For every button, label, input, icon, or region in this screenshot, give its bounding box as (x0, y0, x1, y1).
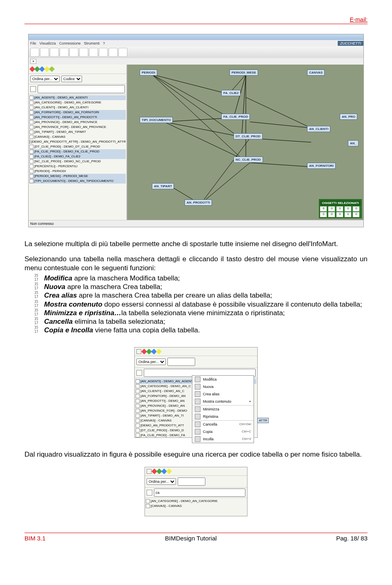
warning-icon[interactable] (99, 48, 108, 57)
checkbox-icon[interactable] (136, 414, 140, 418)
checkbox-icon[interactable] (29, 110, 33, 114)
new-icon[interactable] (30, 48, 39, 57)
node-fa-clie-prod[interactable]: FA_CLIE_PROD (221, 114, 250, 120)
tree-item[interactable]: [PERIODI_MESE] - PERIODI_MESE (29, 174, 126, 179)
shape-yellow-icon[interactable] (166, 468, 172, 474)
context-menu-item[interactable]: Mostra contenuto▸ (192, 398, 254, 405)
node-tipi-documento[interactable]: TIPI_DOCUMENTO (140, 117, 173, 123)
checkbox-icon[interactable] (136, 399, 140, 403)
checkbox-icon[interactable] (29, 130, 33, 134)
menu-visualizza[interactable]: Visualizza (40, 41, 56, 45)
checkbox-icon[interactable] (136, 409, 140, 413)
checkbox-icon[interactable] (29, 150, 33, 154)
node-an-clienti[interactable]: AN_CLIENTI (307, 126, 330, 132)
checkbox-icon[interactable] (29, 174, 33, 178)
shape-yellow-icon[interactable] (156, 348, 162, 354)
checkbox-icon[interactable] (29, 155, 33, 159)
checkbox-icon[interactable] (29, 120, 33, 124)
tree-item[interactable]: [CANVAS] - CANVAS (146, 504, 246, 509)
ordina-input-3[interactable] (178, 477, 205, 486)
node-an[interactable]: AN_ (348, 140, 359, 146)
tree-item[interactable]: [AN_CATEGORIE] - DEMO_AN_CATEGORIE (29, 100, 126, 105)
context-menu-item[interactable]: IncollaCtrl+V (192, 435, 254, 443)
checkbox-icon[interactable] (29, 179, 33, 183)
tree-item[interactable]: [AN_CLIENTI] - DEMO_AN_CLIENTI (29, 105, 126, 110)
open-icon[interactable] (40, 48, 49, 57)
checkbox-icon[interactable] (29, 115, 33, 119)
zoom-icon[interactable] (69, 48, 78, 57)
tree-item[interactable]: [TIPI_DOCUMENTO] - DEMO_AN_TIPIDOCUMENTO (29, 179, 126, 184)
menu-file[interactable]: File (30, 41, 36, 45)
context-menu-item[interactable]: CopiaCtrl+C (192, 428, 254, 435)
checkbox-icon[interactable] (136, 433, 140, 437)
tree-item[interactable]: [AN_CATEGORIE] - DEMO_AN_CATEGORIE (146, 499, 246, 504)
search-input-3[interactable] (154, 489, 245, 497)
node-an-pro[interactable]: AN_PRO (340, 114, 357, 120)
tree-item[interactable]: [DEMO_AN_PRODOTTI_ATTR] - DEMO_AN_PRODOT… (29, 139, 126, 144)
menu-strumenti[interactable]: Strumenti (84, 41, 100, 45)
ordina-input-2[interactable] (167, 358, 195, 366)
ordina-select[interactable]: Ordina per... (30, 76, 60, 82)
sidebar-search-input[interactable] (38, 85, 125, 93)
checkbox-icon[interactable] (136, 404, 140, 408)
tree-item[interactable]: [AN_PROVINCE] - DEMO_AN_PROVINCE (29, 120, 126, 125)
checkbox-icon[interactable] (136, 424, 140, 428)
node-an-tipart[interactable]: AN_TIPART (152, 183, 174, 189)
checkbox-icon[interactable] (29, 135, 33, 139)
checkbox-icon[interactable] (136, 419, 140, 423)
menu-help[interactable]: ? (103, 41, 105, 45)
help-icon[interactable] (118, 48, 127, 57)
context-menu-item[interactable]: CancellaCtrl+Del (192, 421, 254, 428)
tree-item[interactable]: [FA_CLIE_PROD] - DEMO_FA_CLIE_PROD (29, 149, 126, 154)
checkbox-icon[interactable] (29, 140, 30, 144)
node-dt-clie-prod[interactable]: DT_CLIE_PROD (234, 133, 263, 139)
node-an-prodotti[interactable]: AN_PRODOTTI (185, 199, 212, 206)
refresh-icon[interactable] (79, 48, 88, 57)
context-menu-item[interactable]: Crea alias (192, 390, 254, 398)
tree-item[interactable]: [AN_FORNITORI] - DEMO_AN_FORNITORI (29, 110, 126, 115)
node-an-fornitori[interactable]: AN_FORNITORI (307, 163, 336, 169)
node-canvas[interactable]: CANVAS (307, 69, 325, 76)
checkbox-icon[interactable] (136, 384, 140, 388)
node-fa-clie2[interactable]: FA_CLIE2 (221, 90, 241, 96)
search-icon[interactable] (136, 370, 142, 376)
shape-lime-icon[interactable] (49, 66, 55, 72)
save-icon[interactable] (50, 48, 59, 57)
node-nc-clie-prod[interactable]: NC_CLIE_PROD (234, 157, 263, 163)
checkbox-icon[interactable] (136, 428, 140, 433)
context-menu-item[interactable]: Modifica (192, 376, 254, 383)
checkbox-icon[interactable] (146, 499, 150, 503)
shape-tool-icon[interactable] (147, 469, 151, 474)
ordina-select-2[interactable]: Ordina per... (136, 359, 166, 365)
context-menu-item[interactable]: Minimizza (192, 406, 254, 413)
search-icon[interactable] (30, 86, 36, 92)
checkbox-icon[interactable] (29, 145, 33, 149)
ordina-select-3[interactable]: Ordina per... (147, 478, 176, 485)
tree-item[interactable]: [AN_PROVINCE_FOR] - DEMO_AN_PROVINCE (29, 125, 126, 130)
checkbox-icon[interactable] (136, 389, 140, 393)
checkbox-icon[interactable] (146, 504, 150, 508)
tree-item[interactable]: [CANVAS] - CANVAS (29, 134, 126, 139)
tree-item[interactable]: [PERCENTILI] - PERCENTILI (29, 164, 126, 169)
checkbox-icon[interactable] (29, 164, 33, 168)
shape-tool-icon[interactable] (136, 349, 141, 354)
checkbox-icon[interactable] (29, 169, 33, 173)
checkbox-icon[interactable] (136, 394, 140, 398)
checkbox-icon[interactable] (29, 96, 33, 100)
tree-item[interactable]: [NC_CLIE_PROD] - DEMO_NC_CLIE_PROD (29, 159, 126, 164)
checkbox-icon[interactable] (29, 101, 33, 105)
checkbox-icon[interactable] (29, 105, 33, 110)
menu-connessione[interactable]: Connessione (59, 41, 81, 45)
checkbox-icon[interactable] (29, 159, 33, 164)
tree-item[interactable]: [FA_CLIE2] - DEMO_FA_CLIE2 (29, 154, 126, 159)
tree-item[interactable]: [PERIODI] - PERIODI (29, 169, 126, 174)
cut-icon[interactable] (60, 48, 69, 57)
search-icon[interactable] (147, 490, 152, 495)
tree-item[interactable]: [DT_CLIE_PROD] - DEMO_DT_CLIE_PROD (29, 144, 126, 149)
context-menu-item[interactable]: Nuova (192, 383, 254, 390)
paste-icon[interactable] (89, 48, 98, 57)
node-periodi[interactable]: PERIODI (140, 69, 157, 76)
ordina-field[interactable]: Codice (61, 76, 82, 82)
context-menu-item[interactable]: Ripristina (192, 413, 254, 420)
node-periodi-mese[interactable]: PERIODI_MESE (229, 69, 258, 76)
